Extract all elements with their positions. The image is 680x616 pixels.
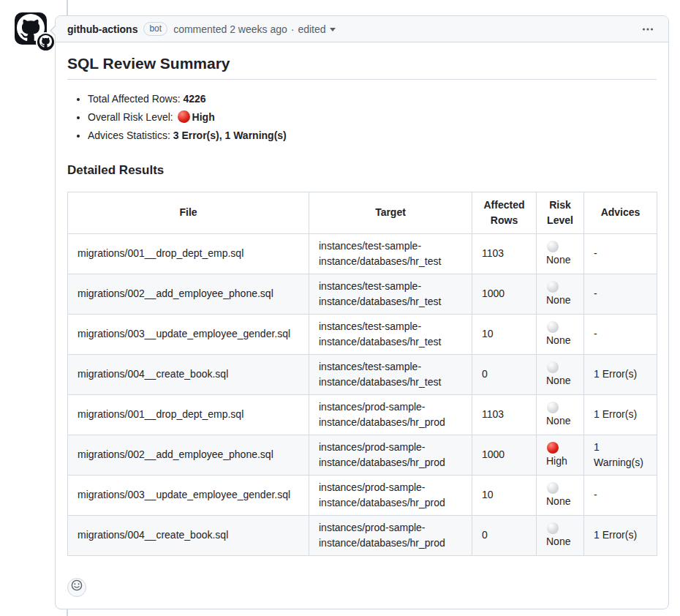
table-row: migrations/002__add_employee_phone.sql i… — [68, 435, 657, 475]
table-row: migrations/003__update_employee_gender.s… — [68, 475, 657, 515]
table-row: migrations/001__drop_dept_emp.sql instan… — [68, 233, 657, 274]
affected-rows-cell: 1000 — [472, 274, 537, 314]
risk-level-cell: None — [537, 314, 584, 354]
affected-rows-cell: 10 — [472, 475, 537, 515]
risk-circle-icon — [547, 361, 559, 373]
risk-label: None — [546, 413, 574, 429]
risk-level-cell: None — [537, 354, 584, 394]
table-header-row: File Target Affected Rows Risk Level Adv… — [68, 192, 657, 233]
risk-level-cell: None — [537, 274, 584, 314]
table-row: migrations/004__create_book.sql instance… — [68, 354, 657, 394]
risk-circle-icon — [547, 482, 559, 494]
column-header-risk-level: Risk Level — [537, 192, 584, 233]
smiley-icon — [71, 579, 83, 596]
summary-item-total-rows: Total Affected Rows: 4226 — [88, 91, 657, 107]
target-cell: instances/test-sample-instance/databases… — [309, 274, 472, 314]
advices-cell: - — [584, 314, 657, 354]
risk-label: None — [546, 252, 574, 268]
comment-caret — [50, 25, 56, 37]
affected-rows-cell: 0 — [472, 515, 537, 555]
page-title: SQL Review Summary — [67, 54, 657, 80]
author-link[interactable]: github-actions — [67, 23, 137, 35]
file-cell: migrations/002__add_employee_phone.sql — [68, 274, 309, 314]
advices-cell: - — [584, 274, 657, 314]
summary-value: High — [192, 111, 215, 123]
file-cell: migrations/001__drop_dept_emp.sql — [68, 233, 309, 274]
risk-label: High — [546, 454, 574, 469]
target-cell: instances/test-sample-instance/databases… — [309, 354, 472, 394]
table-row: migrations/003__update_employee_gender.s… — [68, 314, 657, 354]
risk-level-cell: None — [537, 233, 584, 274]
risk-circle-icon — [547, 522, 559, 534]
column-header-target: Target — [309, 192, 472, 233]
table-row: migrations/004__create_book.sql instance… — [68, 515, 657, 555]
bot-badge: bot — [143, 22, 167, 36]
comment-meta: commented 2 weeks ago · edited — [173, 23, 335, 35]
file-cell: migrations/004__create_book.sql — [68, 515, 309, 555]
results-table: File Target Affected Rows Risk Level Adv… — [67, 192, 657, 556]
risk-circle-icon — [547, 281, 559, 293]
risk-label: None — [546, 534, 574, 549]
affected-rows-cell: 10 — [472, 314, 537, 354]
advices-cell: - — [584, 475, 657, 515]
file-cell: migrations/004__create_book.sql — [68, 354, 309, 394]
timestamp-link[interactable]: commented 2 weeks ago — [173, 23, 287, 35]
target-cell: instances/prod-sample-instance/databases… — [309, 515, 472, 555]
risk-label: None — [546, 333, 574, 348]
file-cell: migrations/003__update_employee_gender.s… — [68, 475, 309, 515]
kebab-horizontal-icon — [642, 23, 654, 35]
affected-rows-cell: 1103 — [472, 233, 537, 274]
dot-separator: · — [291, 23, 295, 35]
file-cell: migrations/001__drop_dept_emp.sql — [68, 394, 309, 435]
column-header-file: File — [68, 192, 309, 233]
advices-cell: 1 Error(s) — [584, 515, 657, 555]
target-cell: instances/prod-sample-instance/databases… — [309, 475, 472, 515]
table-row: migrations/001__drop_dept_emp.sql instan… — [68, 394, 657, 435]
risk-circle-icon — [547, 241, 559, 252]
risk-label: None — [546, 494, 574, 509]
risk-circle-icon — [547, 402, 559, 413]
risk-level-cell: High — [537, 435, 584, 475]
file-cell: migrations/003__update_employee_gender.s… — [68, 314, 309, 354]
risk-label: None — [546, 293, 574, 308]
advices-cell: 1 Warning(s) — [584, 435, 657, 475]
advices-cell: 1 Error(s) — [584, 394, 657, 435]
risk-label: None — [546, 373, 574, 388]
chevron-down-icon — [330, 28, 336, 31]
github-octocat-small-icon — [39, 35, 52, 50]
column-header-affected-rows: Affected Rows — [472, 192, 537, 233]
column-header-advices: Advices — [584, 192, 657, 233]
affected-rows-cell: 1103 — [472, 394, 537, 435]
affected-rows-cell: 0 — [472, 354, 537, 394]
kebab-menu-button[interactable] — [639, 20, 657, 38]
risk-level-cell: None — [537, 475, 584, 515]
risk-circle-icon — [547, 442, 559, 454]
comment-body: SQL Review Summary Total Affected Rows: … — [56, 42, 668, 609]
summary-item-advices: Advices Statistics: 3 Error(s), 1 Warnin… — [88, 128, 657, 143]
add-reaction-button[interactable] — [67, 578, 86, 597]
summary-item-risk-level: Overall Risk Level: High — [88, 110, 657, 125]
file-cell: migrations/002__add_employee_phone.sql — [68, 435, 309, 475]
summary-value: 3 Error(s), 1 Warning(s) — [173, 129, 287, 141]
risk-circle-icon — [547, 321, 559, 333]
section-title: Detailed Results — [67, 161, 657, 180]
advices-cell: - — [584, 233, 657, 274]
advices-cell: 1 Error(s) — [584, 354, 657, 394]
risk-level-cell: None — [537, 394, 584, 435]
red-circle-icon — [178, 110, 190, 123]
target-cell: instances/test-sample-instance/databases… — [309, 233, 472, 274]
timeline-line-top — [67, 0, 68, 15]
edited-label: edited — [298, 23, 325, 35]
target-cell: instances/prod-sample-instance/databases… — [309, 435, 472, 475]
affected-rows-cell: 1000 — [472, 435, 537, 475]
target-cell: instances/test-sample-instance/databases… — [309, 314, 472, 354]
edited-dropdown[interactable]: edited — [298, 23, 335, 35]
table-row: migrations/002__add_employee_phone.sql i… — [68, 274, 657, 314]
risk-level-cell: None — [537, 515, 584, 555]
target-cell: instances/prod-sample-instance/databases… — [309, 394, 472, 435]
comment-card: github-actions bot commented 2 weeks ago… — [55, 15, 669, 609]
summary-value: 4226 — [183, 93, 205, 105]
summary-list: Total Affected Rows: 4226 Overall Risk L… — [67, 91, 657, 143]
comment-header: github-actions bot commented 2 weeks ago… — [56, 16, 668, 42]
